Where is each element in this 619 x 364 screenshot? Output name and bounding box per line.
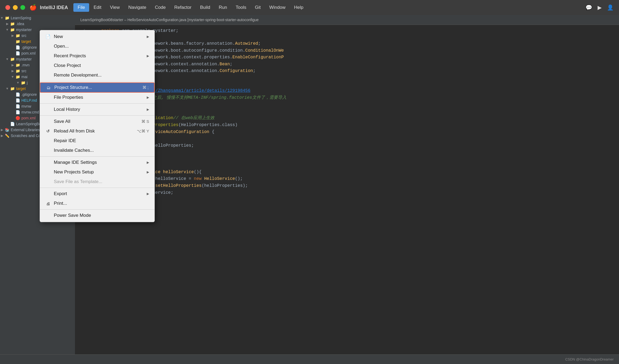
file-icon: 📄 xyxy=(16,98,20,103)
local-history-icon xyxy=(45,107,51,112)
menu-item-repair[interactable]: Repair IDE xyxy=(40,136,154,146)
menu-item-invalidate[interactable]: Invalidate Caches... xyxy=(40,146,154,155)
menubar-items: File Edit View Navigate Code Refactor Bu… xyxy=(73,3,308,12)
folder-icon: 📁 xyxy=(10,57,15,61)
menu-item-save-all[interactable]: Save All ⌘ S xyxy=(40,117,154,126)
menubar-refactor[interactable]: Refactor xyxy=(170,3,196,12)
menu-item-open[interactable]: Open... xyxy=(40,41,154,51)
tree-arrow: ▼ xyxy=(11,75,14,79)
tree-arrow: ▼ xyxy=(5,28,9,32)
file-icon: 📄 xyxy=(16,110,20,114)
new-projects-icon xyxy=(45,169,51,175)
menu-separator-3 xyxy=(40,115,154,116)
editor-title: LearnSpringBoot08starter – HelloServiceA… xyxy=(80,18,259,22)
status-text: CSDN @ChinaDragonDreamer xyxy=(565,357,614,361)
menubar-window[interactable]: Window xyxy=(265,3,290,12)
power-save-icon xyxy=(45,213,51,218)
menu-item-new-projects[interactable]: New Projects Setup xyxy=(40,167,154,177)
menu-item-print[interactable]: 🖨 Print... xyxy=(40,199,154,208)
menu-separator-1 xyxy=(40,81,154,81)
code-area[interactable]: 1 package com.example.mystarter; 2 3 imp… xyxy=(75,25,619,213)
menu-separator-6 xyxy=(40,209,154,210)
tree-item-learnspring[interactable]: ▼ 📁 LearnSpring xyxy=(0,15,75,21)
menu-separator-4 xyxy=(40,156,154,157)
file-icon: 📄 xyxy=(16,51,20,55)
invalidate-icon xyxy=(45,148,51,153)
tree-arrow: ▶ xyxy=(11,63,14,67)
menu-item-close[interactable]: Close Project xyxy=(40,61,154,70)
folder-icon: 📁 xyxy=(10,28,15,32)
folder-icon: 📁 xyxy=(16,33,20,38)
menu-item-export[interactable]: Export xyxy=(40,189,154,199)
folder-icon: 📁 xyxy=(16,75,20,79)
remote-icon xyxy=(45,73,51,78)
menu-item-power-save[interactable]: Power Save Mode xyxy=(40,211,154,220)
folder-icon: 📁 xyxy=(10,86,15,91)
tree-arrow: ▼ xyxy=(5,57,9,61)
status-bar: CSDN @ChinaDragonDreamer xyxy=(0,354,619,364)
menubar-tools[interactable]: Tools xyxy=(231,3,251,12)
menu-item-local-history[interactable]: Local History xyxy=(40,105,154,114)
main-area: ▼ 📁 LearnSpring ▶ 📁 .idea ▼ 📁 mystarter … xyxy=(0,15,619,364)
user-icon: 👤 xyxy=(607,4,614,11)
menubar-edit[interactable]: Edit xyxy=(89,3,105,12)
tree-arrow: ▶ xyxy=(5,22,9,26)
menu-item-recent[interactable]: Recent Projects xyxy=(40,51,154,61)
file-icon: 📄 xyxy=(16,45,20,50)
wechat-icon: 💬 xyxy=(586,4,592,11)
menu-item-project-structure[interactable]: 🗂 Project Structure... ⌘ ; xyxy=(40,82,154,93)
minimize-button[interactable] xyxy=(13,5,18,10)
menu-separator-5 xyxy=(40,188,154,188)
tree-arrow: ▼ xyxy=(5,87,9,90)
reload-icon: ↺ xyxy=(45,128,51,134)
tree-arrow: ▶ xyxy=(0,128,4,132)
folder-icon: 📁 xyxy=(16,39,20,44)
apple-icon: 🍎 xyxy=(29,4,37,11)
editor-title-bar: LearnSpringBoot08starter – HelloServiceA… xyxy=(75,15,619,25)
file-icon: 📄 xyxy=(16,104,20,108)
export-icon xyxy=(45,191,51,196)
scratches-icon: ✏️ xyxy=(5,134,9,138)
folder-icon: 📁 xyxy=(21,81,25,85)
save-template-icon xyxy=(45,179,51,184)
traffic-lights xyxy=(5,5,25,10)
manage-ide-icon xyxy=(45,160,51,165)
recent-icon xyxy=(45,53,51,59)
close-project-icon xyxy=(45,63,51,68)
tree-item-idea[interactable]: ▶ 📁 .idea xyxy=(0,21,75,27)
menubar-right: 💬 ▶ 👤 xyxy=(586,4,614,11)
menubar-help[interactable]: Help xyxy=(290,3,308,12)
menubar: 🍎 IntelliJ IDEA File Edit View Navigate … xyxy=(0,0,619,15)
file-icon: 📄 xyxy=(16,92,20,97)
menu-item-remote[interactable]: Remote Development... xyxy=(40,70,154,80)
app-logo: 🍎 IntelliJ IDEA xyxy=(29,4,68,11)
menu-item-save-template: Save File as Template... xyxy=(40,177,154,187)
menubar-build[interactable]: Build xyxy=(196,3,214,12)
close-button[interactable] xyxy=(5,5,10,10)
menu-item-file-props[interactable]: File Properties xyxy=(40,93,154,102)
menubar-run[interactable]: Run xyxy=(214,3,231,12)
tree-arrow: ▼ xyxy=(16,81,20,85)
menu-item-reload[interactable]: ↺ Reload All from Disk ⌥⌘ Y xyxy=(40,126,154,136)
menu-item-new[interactable]: 📄 New xyxy=(40,32,154,41)
repair-icon xyxy=(45,138,51,143)
open-icon xyxy=(45,44,51,49)
menubar-git[interactable]: Git xyxy=(251,3,265,12)
menu-separator-2 xyxy=(40,103,154,104)
menubar-navigate[interactable]: Navigate xyxy=(124,3,150,12)
tree-arrow: ▶ xyxy=(11,69,14,73)
file-icon: 🔴 xyxy=(16,116,20,120)
folder-icon: 📁 xyxy=(5,16,9,20)
maximize-button[interactable] xyxy=(20,5,25,10)
menubar-view[interactable]: View xyxy=(106,3,124,12)
new-icon: 📄 xyxy=(45,34,51,39)
menubar-file[interactable]: File xyxy=(73,3,89,12)
save-icon xyxy=(45,119,51,124)
file-icon: 📄 xyxy=(10,122,15,126)
editor-area: LearnSpringBoot08starter – HelloServiceA… xyxy=(75,15,619,364)
app-name: IntelliJ IDEA xyxy=(40,5,68,10)
project-structure-icon: 🗂 xyxy=(46,85,51,90)
menu-item-manage-ide[interactable]: Manage IDE Settings xyxy=(40,158,154,167)
tree-arrow: ▼ xyxy=(0,16,4,20)
menubar-code[interactable]: Code xyxy=(150,3,170,12)
